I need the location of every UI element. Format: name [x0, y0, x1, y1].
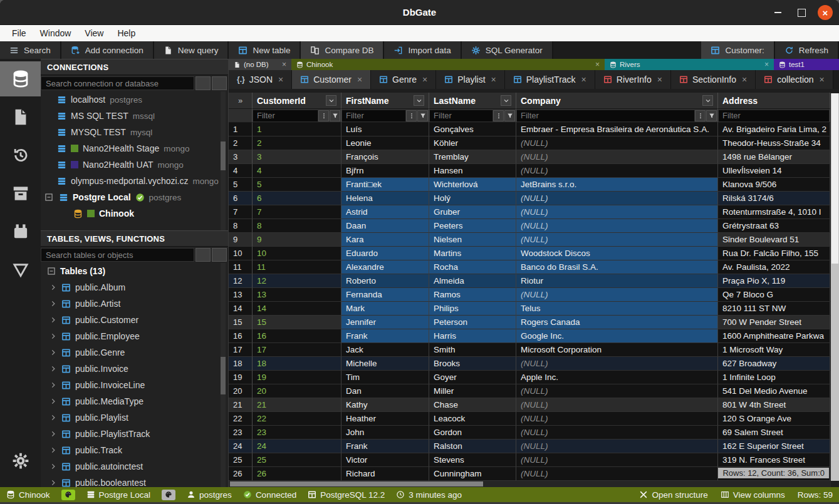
filter-menu-button[interactable]	[493, 110, 504, 121]
grid-cell[interactable]: 21	[253, 398, 341, 412]
table-item[interactable]: public.booleantest	[41, 475, 228, 487]
grid-cell[interactable]: 5	[253, 178, 341, 192]
table-item[interactable]: public.Album	[41, 279, 228, 296]
grid-cell[interactable]: (NULL)	[516, 192, 718, 205]
connection-item[interactable]: MS SQL TESTmssql	[41, 108, 228, 124]
refresh-connections-button[interactable]	[212, 76, 227, 90]
grid-cell[interactable]: 801 W 4th Street	[718, 398, 830, 412]
table-item[interactable]: public.Customer	[41, 312, 228, 328]
grid-cell[interactable]: Hansen	[429, 164, 516, 178]
table-item[interactable]: public.Employee	[41, 328, 228, 344]
tables-scrollbar[interactable]	[221, 263, 226, 487]
grid-cell[interactable]: Martins	[429, 247, 516, 260]
connections-scrollbar[interactable]	[221, 91, 226, 230]
menu-view[interactable]: View	[79, 27, 109, 39]
row-number[interactable]: 7	[229, 205, 253, 219]
grid-cell[interactable]: 19	[253, 371, 341, 384]
close-icon[interactable]: ×	[595, 60, 600, 69]
row-number[interactable]: 20	[229, 384, 253, 398]
tab-group-Rivers[interactable]: Rivers×	[605, 59, 774, 70]
row-number[interactable]: 25	[229, 453, 253, 467]
connection-item[interactable]: Nano2Health Stagemongo	[41, 140, 228, 157]
grid-cell[interactable]: Leacock	[429, 412, 516, 426]
table-item[interactable]: public.Artist	[41, 296, 228, 312]
activitybar-triangle[interactable]	[0, 252, 41, 287]
close-icon[interactable]: ×	[422, 75, 427, 85]
grid-cell[interactable]: 7	[253, 205, 341, 219]
table-item[interactable]: public.MediaType	[41, 393, 228, 409]
grid-cell[interactable]: Woodstock Discos	[516, 247, 718, 260]
filter-funnel-button[interactable]	[504, 110, 515, 121]
grid-cell[interactable]: Holý	[429, 192, 516, 205]
grid-cell[interactable]: JetBrains s.r.o.	[516, 178, 718, 192]
grid-cell[interactable]: Frank	[341, 440, 429, 453]
grid-cell[interactable]: (NULL)	[516, 384, 718, 398]
grid-cell[interactable]: Michelle	[341, 357, 429, 371]
close-icon[interactable]: ×	[742, 75, 747, 85]
grid-cell[interactable]: Bjřrn	[341, 164, 429, 178]
tab-group--no-DB-[interactable]: (no DB)×	[229, 59, 291, 70]
grid-cell[interactable]: 319 N. Frances Street	[718, 453, 830, 467]
table-item[interactable]: public.Track	[41, 442, 228, 458]
grid-cell[interactable]: 627 Broadway	[718, 357, 830, 371]
column-menu-button[interactable]	[501, 95, 511, 106]
toolbar-customer--button[interactable]: Customer:	[701, 41, 774, 59]
grid-cell[interactable]: Franti□ek	[341, 178, 429, 192]
grid-cell[interactable]: 700 W Pender Street	[718, 316, 830, 329]
table-item[interactable]: public.InvoiceLine	[41, 377, 228, 393]
grid-cell[interactable]: (NULL)	[516, 288, 718, 302]
grid-cell[interactable]: (NULL)	[516, 426, 718, 440]
table-item[interactable]: public.Genre	[41, 344, 228, 361]
tables-search-input[interactable]	[41, 248, 194, 262]
filter-funnel-button[interactable]	[330, 110, 340, 121]
close-icon[interactable]: ×	[357, 75, 362, 85]
tab-genre[interactable]: Genre×	[371, 70, 436, 89]
grid-cell[interactable]: Praça Pio X, 119	[718, 274, 830, 288]
activitybar-plugin[interactable]	[0, 214, 41, 249]
grid-cell[interactable]: Fernanda	[341, 288, 429, 302]
grid-cell[interactable]: 14	[253, 302, 341, 316]
toolbar-add-connection-button[interactable]: Add connection	[61, 41, 154, 59]
filter-funnel-button[interactable]	[417, 110, 428, 121]
grid-cell[interactable]: Luís	[341, 123, 429, 136]
row-number[interactable]: 22	[229, 412, 253, 426]
column-header-address[interactable]: Address	[718, 93, 830, 109]
tab-json[interactable]: {.}JSON×	[229, 70, 292, 89]
filter-input-id[interactable]	[253, 110, 318, 121]
grid-cell[interactable]: Gonçalves	[429, 123, 516, 136]
grid-cell[interactable]: 10	[253, 247, 341, 260]
grid-cell[interactable]: 12	[253, 274, 341, 288]
connection-item[interactable]: localhostpostgres	[41, 91, 228, 108]
grid-cell[interactable]: Gruber	[429, 205, 516, 219]
row-number[interactable]: 26	[229, 467, 253, 481]
grid-cell[interactable]: 1 Infinite Loop	[718, 371, 830, 384]
grid-cell[interactable]: 8	[253, 219, 341, 233]
tab-collection[interactable]: collection×	[756, 70, 833, 89]
toolbar-search-button[interactable]: Search	[0, 41, 61, 59]
add-table-icon-button[interactable]	[195, 248, 211, 262]
grid-cell[interactable]: Miller	[429, 384, 516, 398]
row-number[interactable]: 16	[229, 329, 253, 343]
grid-cell[interactable]: (NULL)	[516, 205, 718, 219]
grid-cell[interactable]: 23	[253, 426, 341, 440]
grid-cell[interactable]: (NULL)	[516, 233, 718, 247]
grid-cell[interactable]: Microsoft Corporation	[516, 343, 718, 357]
grid-cell[interactable]: Harris	[429, 329, 516, 343]
grid-cell[interactable]: 11	[253, 260, 341, 274]
table-item[interactable]: public.PlaylistTrack	[41, 426, 228, 442]
grid-cell[interactable]: Roberto	[341, 274, 429, 288]
grid-cell[interactable]: Cunningham	[429, 467, 516, 481]
filter-funnel-button[interactable]	[706, 110, 717, 121]
row-number[interactable]: 11	[229, 260, 253, 274]
grid-cell[interactable]: Ralston	[429, 440, 516, 453]
table-item[interactable]: public.autoinctest	[41, 458, 228, 475]
grid-cell[interactable]: 541 Del Medio Avenue	[718, 384, 830, 398]
grid-cell[interactable]: Av. Paulista, 2022	[718, 260, 830, 274]
grid-cell[interactable]: 8210 111 ST NW	[718, 302, 830, 316]
row-number[interactable]: 2	[229, 136, 253, 150]
grid-cell[interactable]: Kathy	[341, 398, 429, 412]
grid-cell[interactable]: UllevÍlsveien 14	[718, 164, 830, 178]
grid-cell[interactable]: 20	[253, 384, 341, 398]
refresh-tables-button[interactable]	[212, 248, 227, 262]
tab-riverinfo[interactable]: RiverInfo×	[595, 70, 671, 89]
